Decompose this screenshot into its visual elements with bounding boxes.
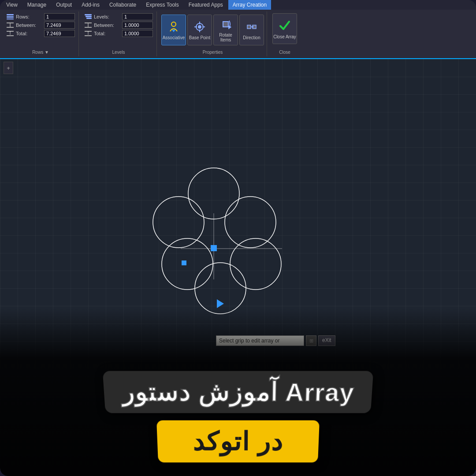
close-array-icon [278,18,292,33]
associative-label: Associative [163,35,185,40]
canvas-area[interactable]: + ⊞ [0,59,476,476]
rows-between-label: Between: [16,22,42,28]
properties-group-label: Properties [203,48,223,55]
canvas-toolbar: + [4,62,13,74]
rows-total-row: Total: [6,30,75,37]
rows-value-input[interactable] [44,13,75,20]
svg-marker-42 [217,299,224,308]
base-point-icon [193,20,207,34]
base-point-button[interactable]: Base Point [187,15,212,45]
svg-rect-8 [7,35,14,36]
svg-rect-40 [211,245,217,251]
svg-rect-15 [85,31,92,32]
rows-group-label: Rows ▼ [6,48,75,55]
levels-total-input[interactable] [122,30,153,37]
ribbon: View Manage Output Add-ins Collaborate E… [0,0,476,59]
levels-total-icon [84,30,92,37]
rows-row: Rows: [6,13,75,20]
direction-button[interactable]: Direction [239,15,264,45]
svg-point-39 [230,238,281,290]
svg-rect-41 [182,260,186,265]
subtitle-badge: در اتوکد [156,420,320,463]
svg-rect-9 [85,14,92,15]
tab-collaborate[interactable]: Collaborate [105,0,141,10]
close-group: Close Array Close [269,11,301,56]
base-point-label: Base Point [189,35,210,40]
rows-between-icon [6,22,14,28]
properties-group: Associative [159,11,267,56]
svg-point-36 [225,197,276,248]
svg-rect-10 [86,16,92,17]
svg-point-34 [188,168,239,219]
svg-rect-0 [7,14,14,15]
levels-inputs: Levels: Between: [84,13,153,48]
tab-addins[interactable]: Add-ins [77,0,104,10]
svg-point-18 [171,22,176,26]
rotate-items-icon [219,17,233,31]
svg-point-38 [195,263,246,314]
array-drawing [115,125,313,324]
associative-button[interactable]: Associative [161,15,186,45]
subtitle-text: در اتوکد [192,427,284,457]
tab-featured[interactable]: Featured Apps [184,0,227,10]
rows-between-row: Between: [6,22,75,29]
svg-rect-1 [7,16,14,18]
svg-rect-11 [86,18,92,19]
rows-between-input[interactable] [44,22,75,29]
levels-between-input[interactable] [122,22,153,29]
svg-point-20 [198,25,201,29]
levels-between-icon [84,22,92,28]
svg-rect-3 [7,22,14,23]
svg-rect-28 [247,25,251,29]
ribbon-tab-bar: View Manage Output Add-ins Collaborate E… [0,0,476,10]
tab-array-creation[interactable]: Array Creation [228,0,271,10]
overlay-bottom: آموزش دستور Array در اتوکد [0,309,476,476]
app-window: View Manage Output Add-ins Collaborate E… [0,0,476,476]
svg-rect-26 [223,22,228,27]
levels-icon [84,14,92,20]
associative-icon [167,20,181,34]
tab-express[interactable]: Express Tools [141,0,183,10]
ribbon-content: Rows: Between: [0,10,476,58]
rows-total-input[interactable] [44,30,75,37]
direction-label: Direction [243,35,260,40]
props-buttons: Associative [161,13,264,46]
close-array-button[interactable]: Close Array [272,13,297,44]
rows-total-icon [6,30,14,37]
levels-row: Levels: [84,13,153,20]
svg-marker-19 [172,30,175,32]
svg-rect-17 [85,35,92,36]
levels-group-label: Levels [84,48,153,55]
rows-inputs: Rows: Between: [6,13,75,48]
tab-manage[interactable]: Manage [23,0,51,10]
svg-rect-2 [7,19,14,19]
rows-total-label: Total: [16,31,42,36]
rows-label: Rows: [16,14,42,19]
title-badge: آموزش دستور Array [103,371,373,413]
main-title: آموزش دستور Array [121,377,355,407]
levels-total-row: Total: [84,30,153,37]
levels-value-input[interactable] [122,13,153,20]
rotate-items-label: Rotate Items [214,33,238,42]
levels-label: Levels: [94,14,120,19]
svg-rect-14 [85,27,92,28]
svg-rect-5 [7,27,14,28]
rows-icon [6,14,14,20]
add-button[interactable]: + [4,63,13,72]
levels-between-label: Between: [94,22,120,28]
levels-group: Levels: Between: [81,11,157,56]
svg-rect-12 [85,22,92,23]
tab-output[interactable]: Output [52,0,76,10]
rotate-items-button[interactable]: Rotate Items [213,15,238,45]
tab-view[interactable]: View [2,0,22,10]
levels-total-label: Total: [94,31,120,36]
close-group-label: Close [279,48,290,55]
close-array-label: Close Array [273,34,296,39]
rows-group: Rows: Between: [3,11,79,56]
levels-between-row: Between: [84,22,153,29]
svg-rect-6 [7,31,14,32]
direction-icon [245,20,259,34]
